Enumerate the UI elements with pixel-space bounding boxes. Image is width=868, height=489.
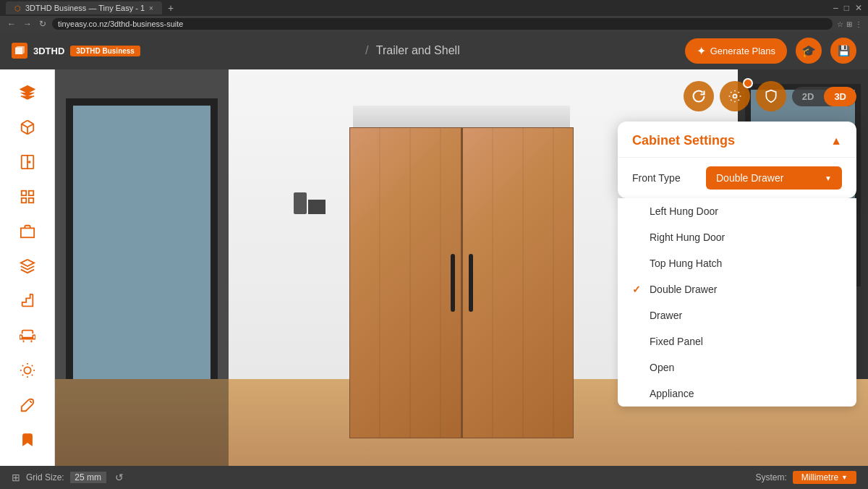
svg-rect-17 xyxy=(20,228,33,237)
settings-title: Cabinet Settings xyxy=(632,133,735,148)
dropdown-item-right-hung-door[interactable]: Right Hung Door xyxy=(618,224,856,250)
settings-badge xyxy=(743,78,753,88)
front-type-row: Front Type Double Drawer ▼ xyxy=(618,158,856,198)
sidebar-item-stairs[interactable] xyxy=(13,286,42,315)
dropdown-item-top-hung-hatch[interactable]: Top Hung Hatch xyxy=(618,250,856,276)
logo-cube-icon xyxy=(12,43,27,59)
view-2d-btn[interactable]: 2D xyxy=(792,87,825,106)
view-rotate-btn[interactable] xyxy=(684,81,714,111)
main-area: 2D 3D Cabinet Settings ▲ Front Type xyxy=(0,69,868,466)
browser-back-btn[interactable]: ← xyxy=(6,19,17,29)
page-title-area: / Trailer and Shell xyxy=(152,44,673,57)
sidebar-item-door[interactable] xyxy=(13,148,42,177)
dropdown-check-mark: ✓ xyxy=(632,284,644,295)
grid-size-label: Grid Size: xyxy=(26,472,64,482)
front-type-label: Front Type xyxy=(632,172,697,184)
grid-size-input[interactable] xyxy=(70,472,106,483)
view-controls: 2D 3D xyxy=(684,81,856,111)
sidebar-item-box[interactable] xyxy=(13,113,42,142)
select-arrow-icon: ▼ xyxy=(825,174,832,182)
front-type-select[interactable]: Double Drawer ▼ xyxy=(706,166,842,190)
settings-header: Cabinet Settings ▲ xyxy=(618,122,856,158)
dropdown-item-open[interactable]: Open xyxy=(618,354,856,380)
dropdown-item-label: Left Hung Door xyxy=(650,205,718,217)
browser-action-area: ☆ ⊞ ⋮ xyxy=(837,20,862,28)
view-3d-btn[interactable]: 3D xyxy=(824,87,856,106)
svg-line-27 xyxy=(22,375,22,375)
dropdown-item-label: Double Drawer xyxy=(650,284,717,295)
browser-tab[interactable]: ⬡ 3DTHD Business — Tiny Easy - 1 × xyxy=(6,1,162,14)
sidebar-item-paint[interactable] xyxy=(13,391,42,420)
grid-size-icon: ⊞ xyxy=(12,472,20,483)
dropdown-item-appliance[interactable]: Appliance xyxy=(618,380,856,407)
system-label: System: xyxy=(755,472,786,482)
svg-line-24 xyxy=(31,375,32,375)
left-window xyxy=(66,98,218,408)
scene-background: 2D 3D Cabinet Settings ▲ Front Type xyxy=(55,69,868,466)
reset-grid-btn[interactable]: ↺ xyxy=(115,472,124,483)
cabinet-door-right[interactable] xyxy=(462,127,574,438)
sidebar-item-grid[interactable] xyxy=(13,182,42,211)
viewport[interactable]: 2D 3D Cabinet Settings ▲ Front Type xyxy=(55,69,868,466)
browser-star-btn[interactable]: ☆ xyxy=(837,20,843,28)
browser-refresh-btn[interactable]: ↻ xyxy=(38,19,48,29)
sidebar-item-panel[interactable] xyxy=(13,217,42,246)
dropdown-item-left-hung-door[interactable]: Left Hung Door xyxy=(618,198,856,224)
browser-url-bar[interactable]: tinyeasy.co.nz/3dthd-business-suite xyxy=(52,18,833,30)
svg-line-28 xyxy=(31,365,32,366)
dropdown-item-double-drawer[interactable]: ✓ Double Drawer xyxy=(618,276,856,302)
sidebar-item-layers[interactable] xyxy=(13,78,42,107)
settings-body: Front Type Double Drawer ▼ Left Hung Doo… xyxy=(618,158,856,198)
millimetre-selector[interactable]: Millimetre ▼ xyxy=(793,471,856,484)
browser-menu-btn[interactable]: ⋮ xyxy=(855,20,862,28)
sidebar xyxy=(0,69,55,466)
cabinet-door-left[interactable] xyxy=(349,127,462,438)
svg-rect-0 xyxy=(15,48,22,54)
browser-extensions-btn[interactable]: ⊞ xyxy=(846,20,852,28)
browser-forward-btn[interactable]: → xyxy=(22,19,33,29)
top-bar: 3DTHD 3DTHD Business / Trailer and Shell… xyxy=(0,32,868,69)
cabinet[interactable] xyxy=(349,106,574,438)
top-bar-actions: ✦ Generate Plans 🎓 💾 xyxy=(685,38,856,64)
bottom-bar: ⊞ Grid Size: ↺ System: Millimetre ▼ xyxy=(0,466,868,489)
browser-url-text: tinyeasy.co.nz/3dthd-business-suite xyxy=(58,20,183,28)
browser-controls: ← → ↻ tinyeasy.co.nz/3dthd-business-suit… xyxy=(0,16,868,32)
sidebar-item-stack[interactable] xyxy=(13,252,42,281)
sidebar-item-bookmark[interactable] xyxy=(13,425,42,454)
sidebar-item-light[interactable] xyxy=(13,356,42,385)
wall-box xyxy=(308,200,326,214)
save-icon: 💾 xyxy=(838,45,850,56)
browser-tab-close-btn[interactable]: × xyxy=(149,4,153,12)
dropdown-item-label: Drawer xyxy=(650,310,682,321)
dropdown-item-label: Top Hung Hatch xyxy=(650,258,722,269)
floor-shadow-left xyxy=(55,379,229,466)
svg-line-23 xyxy=(22,365,22,366)
page-separator: / xyxy=(365,44,368,56)
bottom-right-area: System: Millimetre ▼ xyxy=(755,471,856,484)
svg-rect-13 xyxy=(21,191,25,195)
sidebar-item-sofa[interactable] xyxy=(13,321,42,350)
dropdown-item-fixed-panel[interactable]: Fixed Panel xyxy=(618,328,856,354)
browser-maximize-btn[interactable]: □ xyxy=(844,3,849,13)
browser-close-btn[interactable]: ✕ xyxy=(855,3,862,13)
help-button[interactable]: 🎓 xyxy=(796,38,822,64)
logo-area: 3DTHD 3DTHD Business xyxy=(12,43,140,59)
browser-tab-bar: ⬡ 3DTHD Business — Tiny Easy - 1 × + – □… xyxy=(0,0,868,16)
view-mode-toggle: 2D 3D xyxy=(792,87,856,106)
settings-collapse-btn[interactable]: ▲ xyxy=(830,135,842,148)
generate-plans-button[interactable]: ✦ Generate Plans xyxy=(685,38,787,64)
cabinet-top-panel xyxy=(353,106,570,127)
cabinet-settings-panel: Cabinet Settings ▲ Front Type Double Dra… xyxy=(618,122,856,198)
browser-minimize-btn[interactable]: – xyxy=(833,3,838,13)
dropdown-item-drawer[interactable]: Drawer xyxy=(618,302,856,328)
view-shield-btn[interactable] xyxy=(756,81,786,111)
svg-point-20 xyxy=(24,367,30,373)
browser-tab-title: 3DTHD Business — Tiny Easy - 1 xyxy=(25,4,145,12)
view-settings-btn[interactable] xyxy=(720,81,750,111)
logo-badge: 3DTHD Business xyxy=(70,46,140,56)
browser-new-tab-btn[interactable]: + xyxy=(165,2,176,14)
generate-plans-label: Generate Plans xyxy=(710,46,775,56)
save-button[interactable]: 💾 xyxy=(830,38,856,64)
dropdown-item-label: Appliance xyxy=(650,388,694,399)
svg-point-12 xyxy=(28,161,30,163)
